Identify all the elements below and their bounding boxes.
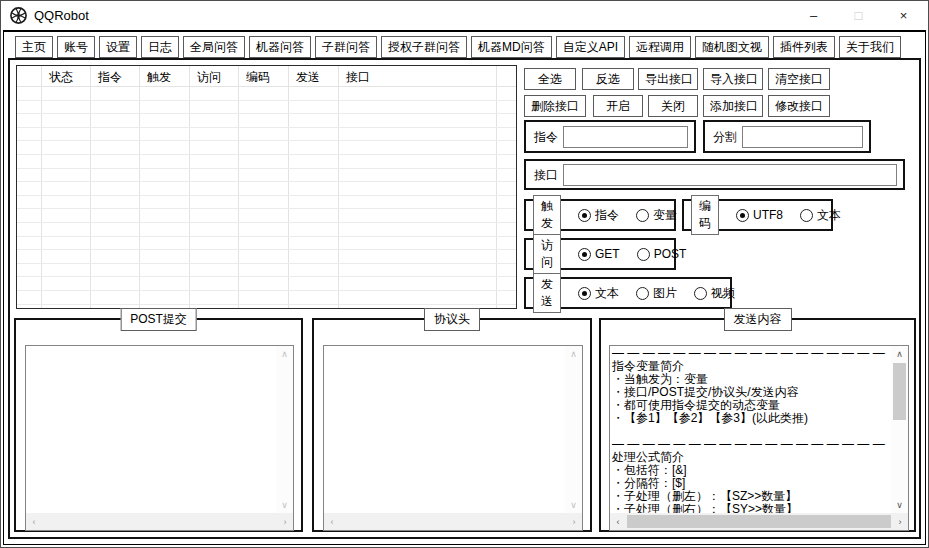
title-bar[interactable]: QQRobot – □ × (1, 1, 928, 30)
encoding-option-utf8[interactable]: UTF8 (736, 208, 783, 222)
radio-checked-icon[interactable] (736, 209, 749, 222)
command-input[interactable] (563, 126, 688, 148)
import-api-button[interactable]: 导入接口 (703, 68, 763, 90)
scroll-down-icon[interactable]: ∨ (565, 497, 582, 513)
enable-button[interactable]: 开启 (593, 95, 643, 117)
radio-unchecked-icon[interactable] (637, 248, 650, 261)
column-header-trigger[interactable]: 触发 (147, 69, 171, 86)
toolbar-button-global-qa[interactable]: 全局问答 (183, 36, 245, 58)
close-button[interactable]: × (881, 1, 926, 30)
send-option-image[interactable]: 图片 (636, 285, 677, 302)
send-vertical-scrollbar[interactable]: ∧ ∨ (891, 346, 908, 513)
send-option-image-label: 图片 (653, 285, 677, 302)
toolbar-button-robot-md-qa[interactable]: 机器MD问答 (471, 36, 552, 58)
access-option-post[interactable]: POST (637, 247, 687, 261)
radio-unchecked-icon[interactable] (800, 209, 813, 222)
send-horizontal-scrollbar[interactable]: ‹ › (610, 513, 908, 530)
maximize-icon: □ (855, 8, 863, 23)
send-option-text[interactable]: 文本 (578, 285, 619, 302)
scroll-right-icon[interactable]: › (892, 513, 908, 530)
toolbar-button-plugin-list[interactable]: 插件列表 (773, 36, 835, 58)
send-content-textarea-content[interactable]: — — — — — — — — — — — — — — — — — — 指令变量… (610, 346, 891, 513)
trigger-option-variable[interactable]: 变量 (636, 207, 677, 224)
table-body[interactable] (17, 86, 516, 308)
invert-select-button[interactable]: 反选 (582, 68, 634, 90)
toolbar-button-custom-api[interactable]: 自定义API (556, 36, 625, 58)
send-content-panel: 发送内容 — — — — — — — — — — — — — — — — — —… (599, 318, 916, 532)
encoding-option-utf8-label: UTF8 (753, 208, 783, 222)
column-header-api[interactable]: 接口 (346, 69, 370, 86)
select-all-button[interactable]: 全选 (524, 68, 576, 90)
column-header-status[interactable]: 状态 (49, 69, 73, 86)
column-header-command[interactable]: 指令 (98, 69, 122, 86)
radio-checked-icon[interactable] (578, 248, 591, 261)
delete-api-button[interactable]: 删除接口 (524, 95, 586, 117)
post-textarea-content[interactable] (26, 346, 276, 513)
radio-unchecked-icon[interactable] (636, 287, 649, 300)
scroll-left-icon[interactable]: ‹ (324, 513, 340, 530)
scroll-up-icon[interactable]: ∧ (891, 346, 908, 362)
api-input[interactable] (563, 164, 897, 186)
toolbar-button-random-media[interactable]: 随机图文视 (695, 36, 769, 58)
radio-unchecked-icon[interactable] (636, 209, 649, 222)
protocol-vertical-scrollbar[interactable]: ∧ ∨ (565, 346, 582, 513)
column-header-access[interactable]: 访问 (197, 69, 221, 86)
api-field-group: 接口 (524, 159, 905, 190)
clear-api-button[interactable]: 清空接口 (768, 68, 830, 90)
encoding-option-text-label: 文本 (817, 207, 841, 224)
send-option-video-label: 视频 (711, 285, 735, 302)
protocol-textarea[interactable]: ∧ ∨ ‹ › (323, 345, 583, 531)
add-api-button[interactable]: 添加接口 (703, 95, 763, 117)
split-input[interactable] (742, 126, 863, 148)
scroll-left-icon[interactable]: ‹ (26, 513, 42, 530)
toolbar-button-home[interactable]: 主页 (15, 36, 53, 58)
toolbar-button-robot-qa[interactable]: 机器问答 (249, 36, 311, 58)
post-panel: POST提交 ∧ ∨ ‹ › (14, 318, 303, 532)
scroll-down-icon[interactable]: ∨ (276, 497, 293, 513)
encoding-option-text[interactable]: 文本 (800, 207, 841, 224)
scroll-up-icon[interactable]: ∧ (276, 346, 293, 362)
protocol-horizontal-scrollbar[interactable]: ‹ › (324, 513, 582, 530)
access-option-get-label: GET (595, 247, 620, 261)
post-textarea[interactable]: ∧ ∨ ‹ › (25, 345, 294, 531)
scroll-down-icon[interactable]: ∨ (891, 497, 908, 513)
api-field-label: 接口 (534, 166, 558, 183)
post-horizontal-scrollbar[interactable]: ‹ › (26, 513, 293, 530)
column-header-encoding[interactable]: 编码 (246, 69, 270, 86)
trigger-option-command[interactable]: 指令 (578, 207, 619, 224)
export-api-button[interactable]: 导出接口 (638, 68, 698, 90)
command-field-group: 指令 (524, 120, 696, 153)
toolbar-button-subgroup-qa[interactable]: 子群问答 (315, 36, 377, 58)
toolbar-button-remote-call[interactable]: 远程调用 (629, 36, 691, 58)
toolbar-button-about[interactable]: 关于我们 (839, 36, 901, 58)
toolbar-button-logs[interactable]: 日志 (141, 36, 179, 58)
radio-checked-icon[interactable] (578, 287, 591, 300)
post-vertical-scrollbar[interactable]: ∧ ∨ (276, 346, 293, 513)
scroll-left-icon[interactable]: ‹ (610, 513, 626, 530)
toolbar-button-auth-subgroup-qa[interactable]: 授权子群问答 (381, 36, 467, 58)
radio-checked-icon[interactable] (578, 209, 591, 222)
column-header-send[interactable]: 发送 (296, 69, 320, 86)
api-table[interactable]: 状态 指令 触发 访问 编码 发送 接口 (16, 65, 517, 309)
main-panel: 状态 指令 触发 访问 编码 发送 接口 全选 反选 导出接口 导入接口 清空接… (8, 58, 921, 539)
maximize-button[interactable]: □ (836, 1, 881, 30)
edit-api-button[interactable]: 修改接口 (768, 95, 830, 117)
scroll-right-icon[interactable]: › (566, 513, 582, 530)
trigger-option-command-label: 指令 (595, 207, 619, 224)
toolbar-button-account[interactable]: 账号 (57, 36, 95, 58)
radio-unchecked-icon[interactable] (694, 287, 707, 300)
access-option-get[interactable]: GET (578, 247, 620, 261)
send-option-video[interactable]: 视频 (694, 285, 735, 302)
protocol-panel: 协议头 ∧ ∨ ‹ › (312, 318, 592, 532)
scroll-up-icon[interactable]: ∧ (565, 346, 582, 362)
disable-button[interactable]: 关闭 (648, 95, 698, 117)
trigger-group-label: 触发 (533, 195, 561, 235)
toolbar-button-settings[interactable]: 设置 (99, 36, 137, 58)
protocol-textarea-content[interactable] (324, 346, 565, 513)
minimize-button[interactable]: – (791, 1, 836, 30)
scroll-right-icon[interactable]: › (277, 513, 293, 530)
horizontal-scrollbar-thumb[interactable] (627, 515, 891, 528)
send-content-textarea[interactable]: — — — — — — — — — — — — — — — — — — 指令变量… (609, 345, 909, 531)
close-icon: × (900, 8, 908, 23)
vertical-scrollbar-thumb[interactable] (893, 363, 906, 420)
